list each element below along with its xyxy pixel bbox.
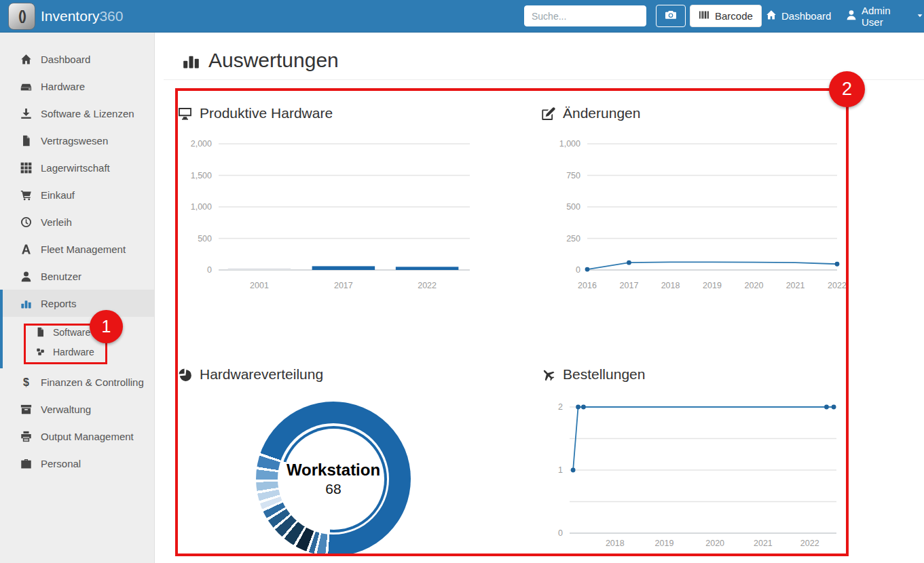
brand-name: Inventory xyxy=(41,8,99,24)
svg-text:2019: 2019 xyxy=(655,539,674,548)
svg-text:2017: 2017 xyxy=(334,281,353,290)
svg-text:0: 0 xyxy=(558,528,563,538)
archive-icon xyxy=(20,404,32,415)
bar-chart-icon xyxy=(182,52,200,70)
panel-title-text: Hardwareverteilung xyxy=(200,366,323,383)
page-header: Auswertungen xyxy=(182,49,339,72)
navbar-dashboard-link[interactable]: Dashboard xyxy=(766,0,831,32)
search-input[interactable] xyxy=(524,5,646,26)
svg-text:2022: 2022 xyxy=(418,281,437,290)
header-divider xyxy=(164,79,924,80)
submenu-item-software[interactable]: Software xyxy=(3,322,154,342)
sidebar-item-fleet-management[interactable]: Fleet Management xyxy=(0,235,154,263)
cubes-icon xyxy=(35,347,45,357)
donut-center-label: Workstation 68 xyxy=(256,402,411,556)
edit-icon xyxy=(541,106,555,121)
briefcase-icon xyxy=(20,458,32,469)
sidebar-item-label: Finanzen & Controlling xyxy=(41,376,144,388)
main-content: Auswertungen Produktive Hardware 05001,0… xyxy=(155,32,924,563)
sidebar-item-verwaltung[interactable]: Verwaltung xyxy=(0,395,154,423)
sidebar-item-software-lizenzen[interactable]: Software & Lizenzen xyxy=(0,100,154,127)
panel-title-bestellungen: Bestellungen xyxy=(541,363,851,386)
svg-text:0: 0 xyxy=(576,265,580,275)
print-icon xyxy=(20,431,32,442)
logo-icon: () xyxy=(18,7,25,24)
page-title: Auswertungen xyxy=(208,49,339,72)
barcode-button[interactable]: Barcode xyxy=(690,5,762,27)
svg-text:500: 500 xyxy=(566,202,580,212)
bars-icon xyxy=(20,298,32,309)
svg-text:1,500: 1,500 xyxy=(191,171,212,180)
sidebar-item-label: Dashboard xyxy=(41,54,90,65)
user-menu[interactable]: Admin User xyxy=(846,0,924,32)
sidebar-item-hardware[interactable]: Hardware xyxy=(0,73,154,100)
brand-suffix: 360 xyxy=(99,8,123,24)
sidebar-item-finanzen-controlling[interactable]: $Finanzen & Controlling xyxy=(0,368,154,395)
svg-text:500: 500 xyxy=(198,234,212,244)
svg-text:$: $ xyxy=(23,376,29,388)
aenderungen-chart: 02505007501,0002016201720182019202020212… xyxy=(541,125,851,294)
svg-text:2022: 2022 xyxy=(800,539,819,548)
panel-produktive-hardware: Produktive Hardware 05001,0001,5002,0002… xyxy=(178,102,493,298)
chevron-down-icon xyxy=(916,10,924,22)
reports-submenu: SoftwareHardware xyxy=(3,317,154,368)
panel-title-text: Bestellungen xyxy=(563,366,645,383)
donut-center-value: 68 xyxy=(325,481,341,497)
panel-title-aenderungen: Änderungen xyxy=(541,102,851,125)
clock-icon xyxy=(20,216,32,228)
sidebar-item-reports[interactable]: Reports xyxy=(3,290,154,317)
sidebar-item-verleih[interactable]: Verleih xyxy=(0,208,154,235)
sidebar-item-einkauf[interactable]: Einkauf xyxy=(0,181,154,208)
sidebar-item-dashboard[interactable]: Dashboard xyxy=(0,45,154,73)
panel-title-hardwareverteilung: Hardwareverteilung xyxy=(178,363,493,386)
sidebar-item-vertragswesen[interactable]: Vertragswesen xyxy=(0,127,154,154)
sidebar-item-label: Reports xyxy=(41,298,77,309)
sidebar-item-output-management[interactable]: Output Management xyxy=(0,423,154,450)
app-logo[interactable]: () xyxy=(8,3,35,30)
submenu-item-hardware[interactable]: Hardware xyxy=(3,342,154,362)
dollar-icon: $ xyxy=(20,376,32,388)
hardwareverteilung-donut: Workstation 68 xyxy=(256,402,411,556)
user-menu-label: Admin User xyxy=(862,5,911,28)
panel-title-text: Produktive Hardware xyxy=(200,105,333,121)
camera-button[interactable] xyxy=(656,5,686,27)
svg-text:2016: 2016 xyxy=(578,281,597,290)
svg-text:2001: 2001 xyxy=(250,281,269,290)
svg-text:1: 1 xyxy=(558,465,563,475)
home-icon xyxy=(20,54,32,65)
svg-text:2019: 2019 xyxy=(703,281,722,290)
grid-icon xyxy=(20,162,32,174)
sidebar-item-label: Software xyxy=(53,327,90,338)
sidebar: DashboardHardwareSoftware & LizenzenVert… xyxy=(0,32,155,563)
panel-bestellungen: Bestellungen 01220182019202020212022 xyxy=(541,363,851,556)
sidebar-item-personal[interactable]: Personal xyxy=(0,450,154,477)
home-icon xyxy=(766,9,777,22)
sidebar-item-benutzer[interactable]: Benutzer xyxy=(0,263,154,290)
svg-text:2: 2 xyxy=(558,402,563,412)
sidebar-item-label: Einkauf xyxy=(41,189,75,201)
panel-hardwareverteilung: Hardwareverteilung Workstation 68 xyxy=(178,363,493,560)
barcode-button-label: Barcode xyxy=(715,10,753,22)
sidebar-item-label: Personal xyxy=(41,458,81,469)
top-navbar: () Inventory360 Barcode Dashboard Admin … xyxy=(0,0,924,33)
panel-aenderungen: Änderungen 02505007501,00020162017201820… xyxy=(541,102,851,298)
file-icon xyxy=(35,327,45,337)
donut-center-title: Workstation xyxy=(287,461,380,480)
sidebar-item-label: Benutzer xyxy=(41,271,81,282)
brand-title[interactable]: Inventory360 xyxy=(41,0,123,32)
svg-text:2,000: 2,000 xyxy=(191,139,212,149)
sidebar-item-label: Fleet Management xyxy=(41,244,126,255)
sidebar-item-label: Software & Lizenzen xyxy=(41,108,134,119)
svg-text:2021: 2021 xyxy=(754,539,773,548)
font-icon xyxy=(20,244,32,255)
sidebar-nav: DashboardHardwareSoftware & LizenzenVert… xyxy=(0,32,154,477)
sidebar-item-label: Verleih xyxy=(41,216,72,228)
sidebar-item-label: Lagerwirtschaft xyxy=(41,162,110,174)
pie-chart-icon xyxy=(178,368,192,382)
svg-text:750: 750 xyxy=(566,171,580,180)
file-icon xyxy=(20,135,32,147)
sidebar-item-lagerwirtschaft[interactable]: Lagerwirtschaft xyxy=(0,154,154,181)
navbar-dashboard-label: Dashboard xyxy=(781,10,831,22)
sidebar-item-label: Verwaltung xyxy=(41,404,91,415)
svg-text:2021: 2021 xyxy=(786,281,805,290)
